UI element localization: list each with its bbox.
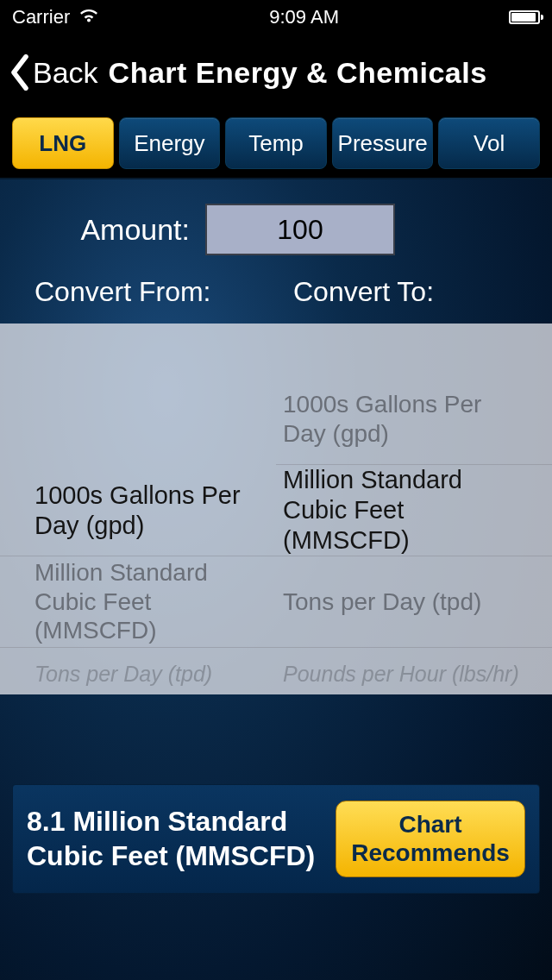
picker-to-item-selected[interactable]: Million Standard Cubic Feet (MMSCFD) (276, 465, 552, 556)
amount-label: Amount: (17, 213, 190, 247)
tab-energy[interactable]: Energy (119, 117, 221, 169)
picker-from-item[interactable]: Tons per Day (tpd) (0, 648, 276, 694)
status-right (509, 10, 540, 24)
wifi-icon (78, 6, 99, 28)
result-text: 8.1 Million Standard Cubic Feet (MMSCFD) (27, 804, 323, 873)
picker-to-item[interactable]: Pounds per Hour (lbs/hr) (276, 648, 552, 694)
status-left: Carrier (12, 6, 99, 28)
status-time: 9:09 AM (269, 6, 339, 28)
tab-row: LNG Energy Temp Pressure Vol (0, 110, 552, 179)
picker-from-column[interactable]: 1000s Gallons Per Day (gpd) Million Stan… (0, 324, 276, 694)
picker-from-item-selected[interactable]: 1000s Gallons Per Day (gpd) (0, 465, 276, 556)
unit-picker[interactable]: 1000s Gallons Per Day (gpd) Million Stan… (0, 324, 552, 694)
picker-from-item[interactable]: Million Standard Cubic Feet (MMSCFD) (0, 556, 276, 648)
amount-row: Amount: (0, 179, 552, 264)
convert-from-label: Convert From: (34, 276, 276, 308)
picker-from-item[interactable] (0, 374, 276, 465)
status-bar: Carrier 9:09 AM (0, 0, 552, 35)
chart-recommends-button[interactable]: Chart Recommends (336, 801, 525, 877)
back-label: Back (33, 56, 98, 90)
back-button[interactable]: Back (9, 54, 98, 91)
battery-icon (509, 10, 540, 24)
tab-lng[interactable]: LNG (12, 117, 114, 169)
amount-input[interactable] (205, 204, 395, 255)
picker-to-item[interactable]: 1000s Gallons Per Day (gpd) (276, 374, 552, 465)
picker-to-column[interactable]: 1000s Gallons Per Day (gpd) Million Stan… (276, 324, 552, 694)
page-title: Chart Energy & Chemicals (109, 56, 487, 90)
carrier-label: Carrier (12, 6, 70, 28)
convert-to-label: Convert To: (276, 276, 535, 308)
tab-pressure[interactable]: Pressure (332, 117, 434, 169)
tab-vol[interactable]: Vol (438, 117, 540, 169)
tab-temp[interactable]: Temp (225, 117, 327, 169)
picker-to-item[interactable]: Tons per Day (tpd) (276, 556, 552, 648)
chevron-left-icon (9, 54, 31, 91)
result-bar: 8.1 Million Standard Cubic Feet (MMSCFD)… (12, 784, 540, 894)
nav-bar: Back Chart Energy & Chemicals (0, 35, 552, 110)
convert-labels: Convert From: Convert To: (0, 264, 552, 324)
